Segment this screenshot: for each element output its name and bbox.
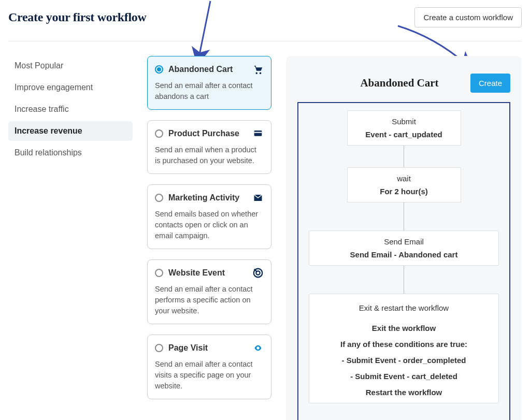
- option-desc: Send an email after a contact performs a…: [155, 284, 264, 316]
- option-abandoned-cart[interactable]: Abandoned Cart Send an email after a con…: [147, 56, 271, 110]
- svg-rect-1: [254, 132, 262, 133]
- option-title: Page Visit: [168, 343, 247, 353]
- page-title: Create your first workflow: [8, 10, 147, 24]
- workflow-template-list: Abandoned Cart Send an email after a con…: [147, 56, 271, 420]
- sidebar-item-improve-engagement[interactable]: Improve engagement: [8, 78, 133, 97]
- option-desc: Send emails based on whether contacts op…: [155, 209, 264, 241]
- workflow-preview-panel: Abandoned Cart Create Submit Event - car…: [286, 56, 522, 420]
- exit-line: Restart the workflow: [314, 388, 493, 397]
- flow-node-submit: Submit Event - cart_updated: [347, 110, 461, 146]
- svg-rect-0: [254, 131, 262, 136]
- node-subtitle: Event - cart_updated: [353, 130, 455, 139]
- option-desc: Send an email after a contact visits a s…: [155, 359, 264, 392]
- category-sidebar: Most Popular Improve engagement Increase…: [8, 56, 133, 420]
- node-subtitle: For 2 hour(s): [353, 187, 455, 196]
- page-header: Create your first workflow Create a cust…: [0, 0, 530, 41]
- exit-line: - Submit Event - cart_deleted: [314, 372, 493, 381]
- radio-unselected-icon: [155, 269, 163, 277]
- flow-connector: [404, 202, 404, 230]
- option-marketing-activity[interactable]: Marketing Activity Send emails based on …: [147, 184, 271, 249]
- sidebar-item-build-relationships[interactable]: Build relationships: [8, 143, 133, 163]
- sidebar-item-increase-traffic[interactable]: Increase traffic: [8, 99, 133, 119]
- card-icon: [252, 128, 264, 139]
- flow-connector: [404, 146, 404, 167]
- svg-point-4: [257, 347, 259, 349]
- option-website-event[interactable]: Website Event Send an email after a cont…: [147, 259, 271, 324]
- panel-title: Abandoned Cart: [328, 77, 470, 90]
- node-title: Submit: [353, 117, 455, 126]
- radio-unselected-icon: [155, 129, 163, 138]
- exit-line: - Submit Event - order_completed: [314, 356, 493, 365]
- workflow-canvas: Submit Event - cart_updated wait For 2 h…: [297, 102, 510, 420]
- flow-connector: [404, 266, 404, 294]
- cart-icon: [252, 64, 264, 75]
- radio-unselected-icon: [155, 194, 163, 202]
- node-subtitle: Send Email - Abandoned cart: [314, 250, 493, 259]
- option-title: Product Purchase: [168, 129, 247, 138]
- option-title: Website Event: [168, 268, 247, 278]
- radio-selected-icon: [155, 65, 163, 74]
- exit-line: If any of these conditions are true:: [314, 340, 493, 349]
- create-button[interactable]: Create: [470, 74, 510, 93]
- option-title: Marketing Activity: [168, 193, 247, 202]
- node-title: wait: [353, 174, 455, 183]
- option-page-visit[interactable]: Page Visit Send an email after a contact…: [147, 335, 271, 399]
- flow-node-send-email: Send Email Send Email - Abandoned cart: [309, 230, 499, 266]
- exit-line: Exit the workflow: [314, 324, 493, 332]
- flow-node-exit: Exit & restart the workflow Exit the wor…: [309, 294, 499, 403]
- sidebar-item-increase-revenue[interactable]: Increase revenue: [8, 121, 133, 141]
- eye-icon: [252, 342, 264, 354]
- header-divider: [8, 41, 522, 41]
- exit-title: Exit & restart the workflow: [314, 303, 493, 312]
- flow-node-wait: wait For 2 hour(s): [347, 167, 461, 202]
- target-icon: [252, 267, 264, 279]
- node-title: Send Email: [314, 237, 493, 246]
- option-desc: Send an email when a product is purchase…: [155, 144, 264, 166]
- option-desc: Send an email after a contact abandons a…: [155, 80, 264, 102]
- create-custom-workflow-button[interactable]: Create a custom workflow: [414, 7, 522, 27]
- option-product-purchase[interactable]: Product Purchase Send an email when a pr…: [147, 120, 271, 174]
- sidebar-item-most-popular[interactable]: Most Popular: [8, 56, 133, 76]
- option-title: Abandoned Cart: [168, 65, 247, 74]
- radio-unselected-icon: [155, 344, 163, 352]
- envelope-icon: [252, 192, 264, 204]
